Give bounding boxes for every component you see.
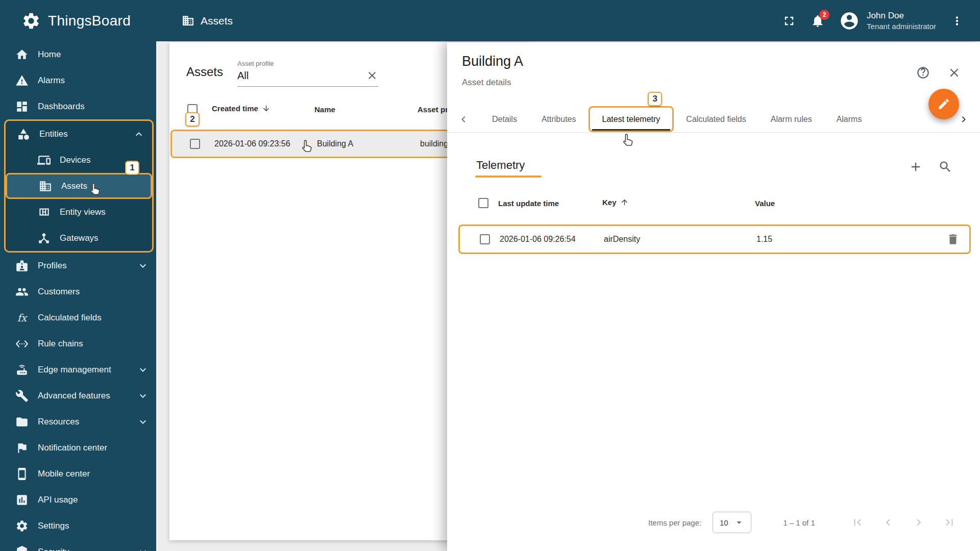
tab-alarm-rules[interactable]: Alarm rules (758, 106, 824, 132)
telemetry-actions (909, 160, 952, 174)
telemetry-last-update-time: 2026-01-06 09:26:54 (500, 235, 604, 244)
entity-views-icon (37, 206, 51, 219)
notification-center-icon (15, 441, 29, 455)
page-range-label: 1 – 1 of 1 (783, 518, 815, 527)
tab-alarms[interactable]: Alarms (824, 106, 874, 132)
asset-profile-filter[interactable]: Asset profile All (237, 60, 378, 87)
notifications-button[interactable]: 2 (811, 14, 825, 28)
calculated-fields-icon: fx (15, 311, 29, 324)
previous-page-button[interactable] (881, 516, 895, 529)
sidebar-item-edge-management[interactable]: Edge management (0, 357, 156, 383)
sidebar-item-profiles[interactable]: Profiles (0, 253, 156, 279)
sidebar-item-customers[interactable]: Customers (0, 279, 156, 305)
detail-tabs: DetailsAttributesLatest telemetry3Calcul… (447, 106, 980, 133)
delete-telemetry-button[interactable] (946, 233, 960, 246)
search-telemetry-button[interactable] (938, 160, 952, 174)
row-checkbox[interactable] (475, 234, 500, 244)
sidebar-item-resources[interactable]: Resources (0, 409, 156, 435)
api-usage-icon (15, 493, 29, 507)
telemetry-row[interactable]: 2026-01-06 09:26:54airDensity1.15 (458, 224, 971, 254)
help-button[interactable] (916, 66, 930, 80)
items-per-page-select[interactable]: 10 (713, 512, 751, 533)
edit-asset-button[interactable] (928, 89, 959, 119)
tab-latest-telemetry[interactable]: Latest telemetry3 (589, 106, 674, 132)
tab-calculated-fields[interactable]: Calculated fields (674, 106, 758, 132)
sidebar-item-advanced-features[interactable]: Advanced features (0, 383, 156, 409)
sidebar-item-entity-views[interactable]: Entity views (6, 199, 152, 225)
alarms-icon (15, 74, 29, 87)
user-menu[interactable]: John Doe Tenant administrator (839, 10, 936, 32)
last-page-button[interactable] (943, 516, 956, 529)
close-panel-button[interactable] (947, 66, 962, 80)
items-per-page-value: 10 (720, 518, 728, 527)
column-header-last-update-time[interactable]: Last update time (498, 199, 602, 208)
sidebar-item-api-usage[interactable]: API usage (0, 487, 156, 513)
chevron-down-icon (137, 416, 149, 428)
sidebar-item-home[interactable]: Home (0, 41, 156, 67)
advanced-features-icon (15, 389, 29, 403)
notification-badge: 2 (819, 10, 829, 20)
column-header-name[interactable]: Name (314, 105, 418, 114)
telemetry-table: Last update timeKeyValue 2026-01-06 09:2… (458, 191, 971, 254)
tab-attributes[interactable]: Attributes (529, 106, 589, 132)
sidebar-item-alarms[interactable]: Alarms (0, 67, 156, 93)
topbar-actions: 2 John Doe Tenant administrator (782, 10, 980, 32)
next-page-button[interactable] (912, 516, 925, 529)
tutorial-highlight-entities-group: EntitiesDevicesAssets1Entity viewsGatewa… (4, 119, 154, 253)
brand-name: ThingsBoard (48, 13, 131, 29)
asset-name-title: Building A (462, 54, 523, 69)
cursor-pointer-icon (621, 133, 636, 148)
resources-icon (15, 415, 29, 429)
asset-details-panel: Building A Asset details DetailsAttribut… (447, 42, 980, 551)
sidebar-item-notification-center[interactable]: Notification center (0, 435, 156, 461)
telemetry-value: 1.15 (756, 235, 937, 244)
clear-filter-button[interactable] (366, 69, 378, 82)
chevron-down-icon (137, 260, 149, 272)
dropdown-arrow-icon (733, 517, 745, 528)
paginator: Items per page: 10 1 – 1 of 1 (648, 512, 956, 533)
add-telemetry-button[interactable] (909, 160, 923, 174)
sidebar-item-mobile-center[interactable]: Mobile center (0, 461, 156, 487)
fullscreen-button[interactable] (782, 14, 796, 28)
sidebar-item-assets[interactable]: Assets1 (6, 173, 152, 199)
pager-buttons (851, 516, 956, 529)
chevron-up-icon (133, 128, 145, 140)
cursor-pointer-icon (88, 182, 103, 197)
panel-actions (916, 66, 962, 80)
mobile-center-icon (15, 467, 29, 481)
row-checkbox[interactable] (190, 139, 214, 149)
home-icon (15, 48, 29, 61)
sidebar-item-security[interactable]: Security (0, 539, 156, 551)
sidebar-item-entities[interactable]: Entities (6, 121, 152, 147)
telemetry-key: airDensity (604, 235, 756, 244)
sidebar-item-settings[interactable]: Settings (0, 513, 156, 539)
sort-descending-icon (262, 104, 271, 114)
column-header-key[interactable]: Key (602, 198, 755, 208)
brand[interactable]: ThingsBoard (0, 11, 156, 31)
sidebar-item-gateways[interactable]: Gateways (6, 225, 152, 251)
column-header-value[interactable]: Value (755, 199, 938, 208)
page-title-label: Assets (201, 15, 233, 27)
thingsboard-app: ThingsBoard Assets 2 John Doe Tenant adm… (0, 0, 980, 551)
entities-icon (17, 128, 30, 141)
sidebar-item-calculated-fields[interactable]: fxCalculated fields (0, 305, 156, 331)
sidebar: HomeAlarmsDashboardsEntitiesDevicesAsset… (0, 41, 156, 551)
select-all-checkbox[interactable] (474, 198, 498, 208)
tutorial-step-badge: 2 (185, 112, 200, 127)
first-page-button[interactable] (851, 516, 864, 529)
sidebar-item-rule-chains[interactable]: Rule chains (0, 331, 156, 357)
more-menu-button[interactable] (950, 14, 964, 28)
thingsboard-logo-icon (21, 11, 41, 31)
sidebar-item-dashboards[interactable]: Dashboards (0, 93, 156, 119)
tab-details[interactable]: Details (480, 106, 529, 132)
avatar-icon (839, 11, 860, 31)
telemetry-table-body: 2026-01-06 09:26:54airDensity1.15 (458, 224, 971, 254)
asset-profile-filter-value: All (237, 70, 249, 82)
telemetry-table-header: Last update timeKeyValue (458, 191, 971, 215)
security-icon (15, 545, 29, 551)
profiles-icon (15, 259, 29, 272)
tabs-scroll-left-button[interactable] (452, 106, 475, 132)
column-header-created-time[interactable]: Created time (212, 104, 314, 114)
assets-page-icon (182, 14, 194, 27)
items-per-page-label: Items per page: (648, 518, 701, 527)
